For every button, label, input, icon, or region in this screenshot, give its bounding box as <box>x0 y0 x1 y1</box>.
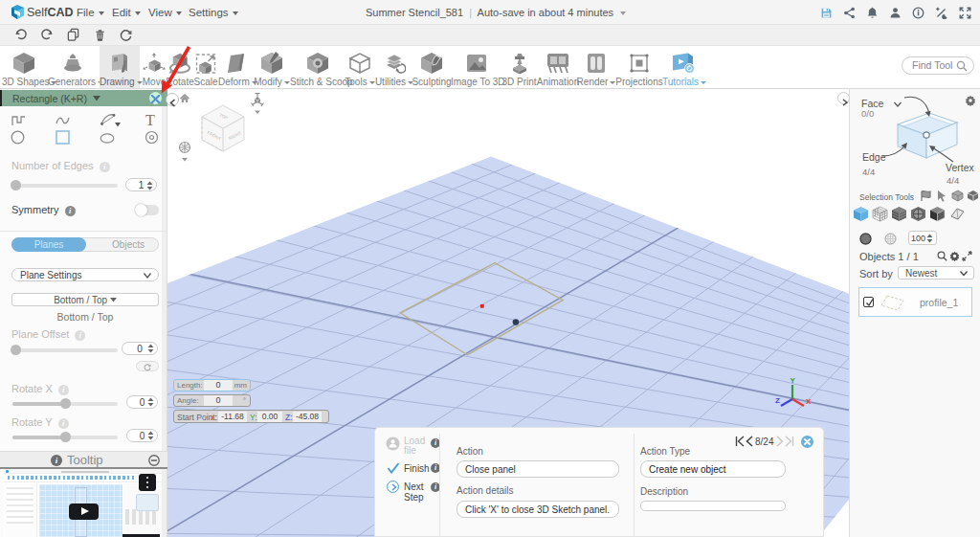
svg-text:X: X <box>806 397 812 406</box>
svg-text:8/24: 8/24 <box>755 436 774 447</box>
svg-text:Y: Y <box>791 376 796 385</box>
svg-text:Z: Z <box>775 396 780 405</box>
